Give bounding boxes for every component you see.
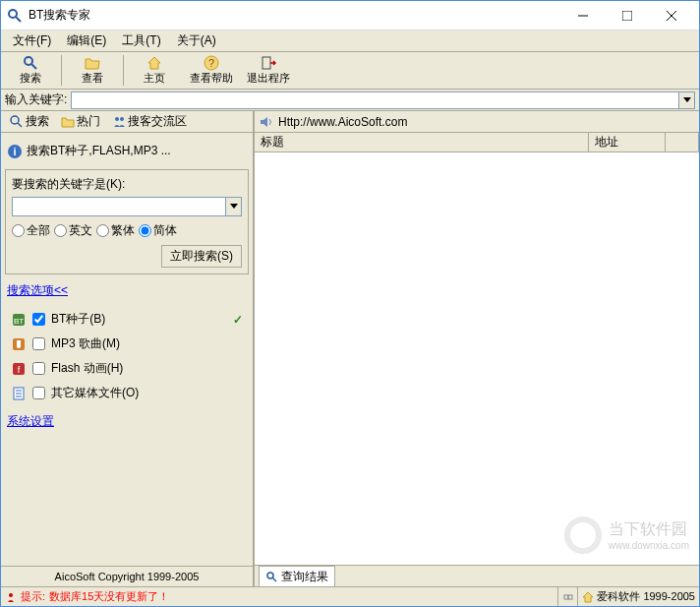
document-icon [11,386,27,401]
watermark-icon [563,516,603,555]
flash-icon: f [11,361,27,377]
svg-point-0 [9,10,17,18]
toolbar-search-button[interactable]: 搜索 [2,53,59,88]
toolbar-search-label: 搜索 [20,71,41,86]
search-now-button[interactable]: 立即搜索(S) [161,245,242,268]
keyword-label: 输入关键字: [5,91,67,108]
status-mid [557,587,577,606]
menu-edit[interactable]: 编辑(E) [59,30,114,51]
toolbar-help-button[interactable]: ? 查看帮助 [183,53,240,88]
options-list: BT BT种子(B) ✓ MP3 歌曲(M) f Flash [5,303,249,409]
close-button[interactable] [649,2,693,30]
option-bt: BT BT种子(B) ✓ [11,307,243,332]
person-icon [5,591,17,603]
svg-line-1 [16,17,21,22]
toolbar-home-button[interactable]: 主页 [126,53,183,88]
check-icon: ✓ [233,313,243,327]
exit-icon [261,55,276,71]
left-panel: 搜索 热门 搜客交流区 i 搜索BT种子,FLASH,MP3 ... 要搜索的关 [1,111,255,586]
tab-search-label: 搜索 [26,113,49,130]
status-tip-text: 数据库15天没有更新了！ [49,589,169,604]
checkbox-other[interactable] [32,387,45,399]
url-bar: Http://www.AicoSoft.com [255,111,699,133]
link-icon [562,591,574,603]
search-options-link[interactable]: 搜索选项<< [5,278,249,303]
main-area: 搜索 热门 搜客交流区 i 搜索BT种子,FLASH,MP3 ... 要搜索的关 [1,111,699,586]
statusbar: 提示: 数据库15天没有更新了！ 爱科软件 1999-2005 [1,586,699,606]
menubar: 文件(F) 编辑(E) 工具(T) 关于(A) [1,30,699,52]
toolbar-view-button[interactable]: 查看 [64,53,121,88]
checkbox-flash[interactable] [32,362,45,375]
column-blank[interactable] [666,133,699,152]
help-icon: ? [204,55,219,71]
radio-simplified[interactable]: 简体 [139,222,177,239]
chevron-down-icon[interactable] [678,92,694,108]
minimize-button[interactable] [560,2,605,30]
info-row: i 搜索BT种子,FLASH,MP3 ... [5,137,249,165]
tab-forum-label: 搜客交流区 [128,113,187,130]
tab-forum[interactable]: 搜客交流区 [107,111,192,133]
search-keyword-combo[interactable] [12,197,242,216]
url-text: Http://www.AicoSoft.com [278,115,407,129]
option-other: 其它媒体文件(O) [11,381,243,405]
status-tip-prefix: 提示: [21,589,45,604]
home-icon [582,591,594,603]
toolbar-view-label: 查看 [82,71,103,86]
music-icon [11,336,27,352]
radio-all[interactable]: 全部 [12,222,50,239]
status-company: 爱科软件 1999-2005 [597,589,695,604]
window-title: BT搜索专家 [29,7,560,24]
toolbar-separator [61,55,62,86]
checkbox-mp3[interactable] [32,337,45,350]
tab-hot[interactable]: 热门 [56,111,105,133]
window-controls [560,2,693,30]
left-tabs: 搜索 热门 搜客交流区 [1,111,253,133]
left-body: i 搜索BT种子,FLASH,MP3 ... 要搜索的关键字是(K): 全部 英… [1,133,253,566]
watermark-text2: www.downxia.com [609,540,689,551]
column-address[interactable]: 地址 [589,133,666,152]
bottom-tabs: 查询结果 [255,565,699,586]
chevron-down-icon[interactable] [225,198,241,215]
search-icon [23,55,38,71]
system-settings-link[interactable]: 系统设置 [5,409,249,434]
svg-text:BT: BT [14,317,24,326]
checkbox-bt[interactable] [32,313,45,326]
svg-point-26 [567,519,599,551]
copyright-text: AicoSoft Copyright 1999-2005 [1,566,253,586]
list-header: 标题 地址 [255,133,699,152]
menu-tools[interactable]: 工具(T) [114,30,168,51]
maximize-button[interactable] [605,2,649,30]
bt-icon: BT [11,312,27,328]
search-keyword-input[interactable] [13,198,225,215]
svg-rect-3 [622,11,632,21]
toolbar-exit-button[interactable]: 退出程序 [240,53,297,88]
radio-traditional[interactable]: 繁体 [96,222,135,239]
menu-about[interactable]: 关于(A) [169,30,224,51]
people-icon [112,115,126,129]
column-title[interactable]: 标题 [255,133,589,152]
main-window: BT搜索专家 文件(F) 编辑(E) 工具(T) 关于(A) 搜索 查看 主页 … [0,0,700,607]
tab-search[interactable]: 搜索 [5,111,54,133]
svg-line-12 [18,123,22,127]
info-text: 搜索BT种子,FLASH,MP3 ... [27,143,171,159]
option-mp3-label: MP3 歌曲(M) [51,335,120,352]
menu-file[interactable]: 文件(F) [5,30,59,51]
toolbar-separator [123,55,124,86]
radio-english[interactable]: 英文 [54,222,92,239]
svg-point-13 [115,117,119,121]
keyword-bar: 输入关键字: [1,90,699,111]
search-group: 要搜索的关键字是(K): 全部 英文 繁体 简体 立即搜索(S) [5,169,249,274]
toolbar-exit-label: 退出程序 [247,71,290,86]
tab-results[interactable]: 查询结果 [259,566,335,587]
svg-text:i: i [13,146,16,157]
toolbar: 搜索 查看 主页 ? 查看帮助 退出程序 [1,52,699,90]
toolbar-help-label: 查看帮助 [190,71,233,86]
folder-open-icon [85,55,100,71]
sound-icon [259,114,274,130]
info-icon: i [7,144,23,159]
search-icon [10,115,24,129]
svg-point-14 [120,117,124,121]
right-panel: Http://www.AicoSoft.com 标题 地址 当下软件园 www.… [255,111,699,586]
keyword-combo[interactable] [71,91,695,109]
keyword-input[interactable] [72,92,678,108]
